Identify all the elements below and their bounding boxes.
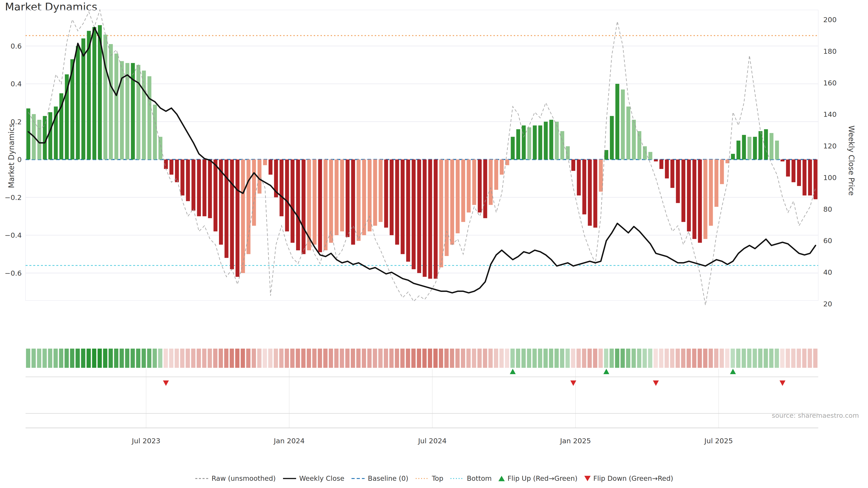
svg-text:Jul 2023: Jul 2023 bbox=[131, 437, 160, 445]
legend-item: Weekly Close bbox=[283, 475, 344, 482]
legend-item-label: Weekly Close bbox=[299, 475, 344, 482]
flip-down-marker bbox=[780, 381, 785, 386]
legend-line-swatch bbox=[450, 475, 464, 482]
legend-item-label: Flip Up (Red→Green) bbox=[507, 475, 577, 482]
flip-down-marker bbox=[653, 381, 659, 386]
svg-text:Jan 2024: Jan 2024 bbox=[273, 437, 305, 445]
svg-text:0.6: 0.6 bbox=[11, 42, 22, 50]
flip-down-marker bbox=[163, 381, 169, 386]
legend-line-swatch bbox=[415, 475, 429, 482]
svg-text:Jul 2025: Jul 2025 bbox=[704, 437, 733, 445]
legend-item-label: Raw (unsmoothed) bbox=[212, 475, 276, 482]
market-dynamics-chart: 0.60.40.20−0.2−0.4−0.6200180160140120100… bbox=[0, 0, 868, 488]
legend-item: Top bbox=[415, 475, 443, 482]
source-attribution: source: sharemaestro.com bbox=[772, 412, 859, 419]
legend-line-swatch bbox=[195, 475, 209, 482]
svg-text:−0.4: −0.4 bbox=[5, 231, 22, 239]
legend-item-label: Baseline (0) bbox=[368, 475, 408, 482]
flip-up-icon bbox=[498, 476, 505, 481]
svg-text:−0.6: −0.6 bbox=[5, 269, 22, 277]
svg-text:100: 100 bbox=[823, 173, 837, 182]
svg-text:140: 140 bbox=[823, 110, 837, 119]
flip-up-marker bbox=[603, 369, 609, 374]
legend-item-label: Flip Down (Green→Red) bbox=[593, 475, 673, 482]
svg-text:180: 180 bbox=[823, 47, 837, 55]
svg-text:120: 120 bbox=[823, 142, 837, 150]
dynamics-bars bbox=[26, 25, 817, 279]
svg-text:0.4: 0.4 bbox=[11, 80, 22, 88]
legend-item: Bottom bbox=[450, 475, 492, 482]
legend-item: Raw (unsmoothed) bbox=[195, 475, 276, 482]
legend-item-label: Top bbox=[432, 475, 443, 482]
legend-item: Baseline (0) bbox=[351, 475, 408, 482]
legend-item-label: Bottom bbox=[467, 475, 492, 482]
flip-up-marker bbox=[510, 369, 516, 374]
legend-item: Flip Down (Green→Red) bbox=[584, 475, 673, 482]
svg-text:20: 20 bbox=[823, 300, 832, 308]
market-dynamics-page: Market Dynamics 0.60.40.20−0.2−0.4−0.620… bbox=[0, 0, 868, 488]
svg-text:60: 60 bbox=[823, 236, 832, 245]
legend-line-swatch bbox=[283, 475, 297, 482]
svg-text:Jan 2025: Jan 2025 bbox=[560, 437, 591, 445]
svg-text:0: 0 bbox=[17, 156, 22, 164]
weekly-close-line bbox=[28, 28, 815, 293]
heatmap-strip bbox=[26, 349, 817, 368]
svg-text:Jul 2024: Jul 2024 bbox=[418, 437, 447, 445]
legend-item: Flip Up (Red→Green) bbox=[498, 475, 577, 482]
right-axis-title: Weekly Close Price bbox=[847, 126, 856, 193]
flip-down-icon bbox=[584, 476, 591, 481]
raw-line bbox=[28, 10, 815, 305]
svg-text:200: 200 bbox=[823, 15, 837, 24]
svg-text:160: 160 bbox=[823, 79, 837, 87]
flip-marker-panel bbox=[26, 369, 818, 428]
legend-line-swatch bbox=[351, 475, 365, 482]
svg-text:−0.2: −0.2 bbox=[5, 193, 22, 201]
chart-legend: Raw (unsmoothed)Weekly CloseBaseline (0)… bbox=[0, 475, 868, 482]
svg-text:40: 40 bbox=[823, 268, 832, 276]
left-axis-title: Market Dynamics bbox=[7, 122, 16, 190]
svg-text:80: 80 bbox=[823, 205, 832, 213]
flip-up-marker bbox=[730, 369, 736, 374]
